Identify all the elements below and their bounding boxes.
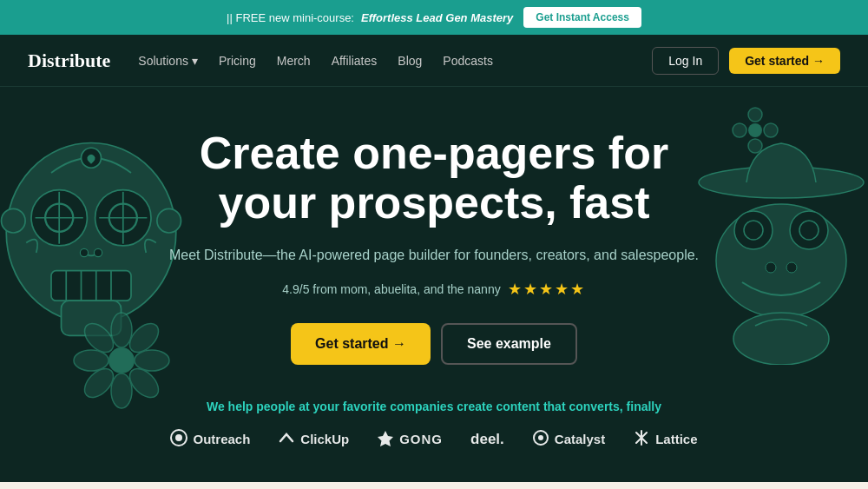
flower-top-right [729, 104, 781, 156]
get-started-button[interactable]: Get started → [729, 48, 840, 74]
gong-icon [377, 429, 394, 449]
svg-point-35 [111, 313, 132, 347]
catalyst-icon [532, 429, 549, 449]
svg-rect-11 [51, 271, 131, 301]
nav-pricing[interactable]: Pricing [219, 54, 256, 68]
gong-label: GONG [399, 432, 443, 446]
skull-right-decoration [694, 139, 868, 365]
logo: Distribute [28, 50, 110, 72]
banner-prefix: || FREE new mini-course: [227, 11, 354, 24]
hero-rating: 4.9/5 from mom, abuelita, and the nanny … [165, 280, 703, 299]
nav-links: Solutions ▾ Pricing Merch Affiliates Blo… [138, 54, 624, 68]
flower-bottom-left [69, 308, 174, 413]
footer-strip [0, 482, 868, 489]
svg-marker-45 [378, 431, 393, 446]
svg-point-10 [94, 248, 102, 256]
top-banner: || FREE new mini-course: Effortless Lead… [0, 0, 868, 35]
svg-point-9 [80, 248, 88, 256]
svg-point-33 [764, 123, 778, 137]
svg-point-26 [766, 262, 776, 273]
partner-gong: GONG [377, 429, 443, 449]
instant-access-button[interactable]: Get Instant Access [523, 7, 641, 28]
partner-outreach: Outreach [170, 429, 250, 449]
rating-text: 4.9/5 from mom, abuelita, and the nanny [282, 282, 500, 296]
hero-content: Create one-pagers for your prospects, fa… [165, 129, 703, 400]
partners-section: We help people at your favorite companie… [170, 400, 697, 449]
banner-course-name: Effortless Lead Gen Mastery [361, 11, 513, 24]
chevron-down-icon: ▾ [192, 54, 198, 68]
nav-merch[interactable]: Merch [277, 54, 311, 68]
hero-see-example-button[interactable]: See example [441, 323, 577, 365]
outreach-label: Outreach [193, 432, 250, 446]
deel-label: deel. [470, 431, 504, 448]
partners-logos: Outreach ClickUp GONG dee [170, 429, 697, 449]
svg-point-38 [135, 350, 169, 371]
lattice-label: Lattice [655, 432, 697, 446]
banner-text: || FREE new mini-course: Effortless Lead… [227, 11, 513, 24]
navbar: Distribute Solutions ▾ Pricing Merch Aff… [0, 35, 868, 87]
nav-blog[interactable]: Blog [398, 54, 422, 68]
hero-title: Create one-pagers for your prospects, fa… [165, 129, 703, 228]
nav-affiliates[interactable]: Affiliates [332, 54, 378, 68]
svg-point-21 [716, 204, 846, 317]
svg-point-31 [748, 139, 762, 153]
partner-lattice: Lattice [633, 429, 697, 449]
stars: ★★★★★ [508, 280, 586, 299]
nav-podcasts[interactable]: Podcasts [443, 54, 493, 68]
nav-solutions[interactable]: Solutions ▾ [138, 54, 198, 68]
catalyst-label: Catalyst [555, 432, 605, 446]
partner-catalyst: Catalyst [532, 429, 605, 449]
svg-point-28 [733, 313, 829, 365]
outreach-icon [170, 429, 187, 449]
svg-point-47 [538, 435, 543, 440]
svg-point-23 [790, 211, 828, 249]
svg-point-37 [74, 350, 108, 371]
clickup-icon [278, 429, 295, 449]
lattice-icon [633, 429, 650, 449]
hero-buttons: Get started → See example [165, 323, 703, 365]
svg-point-27 [786, 262, 797, 273]
svg-point-34 [108, 347, 135, 373]
hero-section: Create one-pagers for your prospects, fa… [0, 87, 868, 482]
nav-actions: Log In Get started → [652, 47, 840, 75]
svg-point-22 [734, 211, 773, 249]
svg-point-36 [111, 373, 132, 408]
svg-point-18 [2, 208, 26, 233]
partner-clickup: ClickUp [278, 429, 349, 449]
hero-get-started-button[interactable]: Get started → [291, 323, 431, 365]
svg-point-29 [748, 123, 762, 137]
partner-deel: deel. [470, 431, 504, 448]
clickup-label: ClickUp [300, 432, 349, 446]
svg-point-32 [733, 123, 746, 137]
svg-point-30 [748, 108, 762, 122]
svg-point-44 [175, 434, 182, 441]
login-button[interactable]: Log In [652, 47, 719, 75]
partners-tagline: We help people at your favorite companie… [170, 400, 697, 413]
hero-subtitle: Meet Distribute—the AI-powered page buil… [165, 245, 703, 266]
